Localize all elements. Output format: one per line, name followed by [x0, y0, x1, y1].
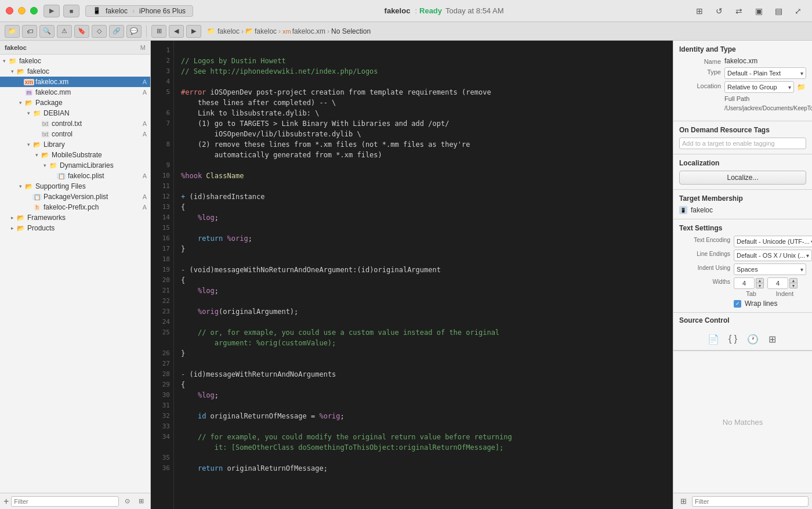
refresh-icon[interactable]: ↺ — [711, 5, 727, 17]
code-line: it: [SomeOtherClass doSomethingToThisObj… — [181, 442, 666, 453]
sidebar-item-controltxt[interactable]: txtcontrol.txtA — [0, 118, 150, 129]
filter-extra-btn[interactable]: ⊙ — [121, 496, 133, 507]
sidebar-item-packageversion-plist[interactable]: 📋PackageVersion.plistA — [0, 192, 150, 202]
tree-arrow-library[interactable] — [24, 142, 32, 147]
grid-icon[interactable]: ⊞ — [691, 5, 708, 17]
scheme-selector[interactable]: 📱 fakeloc › iPhone 6s Plus — [85, 5, 193, 17]
sidebar-item-fakeloc-sub[interactable]: 📂fakeloc — [0, 66, 150, 77]
target-membership-title: Target Membership — [679, 194, 806, 203]
search-btn[interactable]: 🔍 — [39, 25, 55, 38]
sc-clock-icon[interactable]: 🕐 — [745, 331, 760, 346]
tree-arrow-supporting-files[interactable] — [16, 183, 24, 189]
tab-label: Tab — [746, 290, 756, 297]
localize-button[interactable]: Localize... — [679, 171, 806, 185]
filter-input[interactable] — [11, 496, 119, 507]
breadcrumb-fakeloc2[interactable]: fakeloc — [255, 27, 277, 35]
line-number — [151, 150, 173, 160]
split-icon[interactable]: ▣ — [751, 5, 767, 17]
indent-step-up[interactable]: ▲ — [789, 278, 798, 283]
sc-grid-icon[interactable]: ⊞ — [765, 331, 780, 346]
breadcrumb-file[interactable]: fakeloc.xm — [292, 27, 325, 35]
line-number: 13 — [151, 202, 173, 212]
swap-icon[interactable]: ⇄ — [731, 5, 747, 17]
item-label-library: Library — [44, 140, 150, 149]
minimize-button[interactable] — [18, 7, 26, 15]
grid-view-btn[interactable]: ⊞ — [151, 25, 166, 38]
line-endings-label: Line Endings — [679, 250, 730, 257]
location-folder-icon[interactable]: 📁 — [796, 82, 806, 92]
sidebar-item-fakeloc-prefix-pch[interactable]: hfakeloc-Prefix.pchA — [0, 202, 150, 212]
sidebar-item-fakeloc-mm[interactable]: mfakeloc.mmA — [0, 87, 150, 98]
tab-width-field[interactable]: 4 — [734, 277, 755, 289]
wrap-checkbox[interactable]: ✓ — [734, 300, 741, 308]
indent-width-field[interactable]: 4 — [767, 277, 788, 289]
close-button[interactable] — [6, 7, 13, 15]
code-area[interactable]: // Logos by Dustin Howett// See http://i… — [174, 41, 673, 509]
link-btn[interactable]: 🔗 — [109, 25, 124, 38]
tree-arrow-fakeloc-sub[interactable] — [8, 68, 16, 74]
sidebar-item-mobilesubstrate[interactable]: 📂MobileSubstrate — [0, 150, 150, 160]
sidebar-item-debian[interactable]: 📁DEBIAN — [0, 108, 150, 118]
indent-step-down[interactable]: ▼ — [789, 283, 798, 288]
bookmark-btn[interactable]: 🔖 — [74, 25, 89, 38]
tab-stepper[interactable]: ▲ ▼ — [756, 278, 764, 288]
line-endings-select[interactable]: Default - OS X / Unix (... ▾ — [734, 250, 812, 261]
rp-grid-icon[interactable]: ⊞ — [677, 495, 690, 508]
editor[interactable]: 1234567891011121314151617181920212223242… — [151, 41, 673, 509]
tree-arrow-dynamiclibraries[interactable] — [41, 163, 49, 168]
line-number: 19 — [151, 265, 173, 275]
sidebar-item-products[interactable]: 📂Products — [0, 223, 150, 233]
run-button[interactable]: ▶ — [44, 5, 60, 17]
sidebar-item-supporting-files[interactable]: 📂Supporting Files — [0, 181, 150, 192]
breadcrumb-fakeloc1[interactable]: fakeloc — [217, 27, 240, 35]
sidebar-item-package[interactable]: 📂Package — [0, 98, 150, 108]
type-select-arrow: ▾ — [800, 70, 803, 77]
layout-icon[interactable]: ▤ — [770, 5, 786, 17]
diamond-btn[interactable]: ◇ — [92, 25, 107, 38]
tree-arrow-fakeloc-root[interactable] — [0, 58, 8, 64]
source-control-header[interactable]: Source Control — [673, 313, 812, 328]
tag-field[interactable]: Add to a target to enable tagging — [679, 138, 806, 149]
sidebar-item-control[interactable]: txtcontrolA — [0, 129, 150, 139]
stop-button[interactable]: ■ — [63, 5, 79, 17]
tag-btn[interactable]: 🏷 — [22, 25, 37, 38]
indent-stepper[interactable]: ▲ ▼ — [789, 278, 798, 288]
tree-arrow-products[interactable] — [8, 225, 16, 231]
sidebar-item-fakeloc-root[interactable]: 📁fakeloc — [0, 56, 150, 66]
sidebar-item-library[interactable]: 📂Library — [0, 139, 150, 150]
sc-file-icon[interactable]: 📄 — [706, 331, 721, 346]
maximize-button[interactable] — [30, 7, 38, 15]
build-time: Today at 8:54 AM — [445, 6, 503, 15]
wrap-label: Wrap lines — [745, 299, 777, 308]
code-line: - (void)messageWithNoReturnAndOneArgumen… — [181, 265, 666, 275]
sidebar-item-dynamiclibraries[interactable]: 📁DynamicLibraries — [0, 160, 150, 171]
back-btn[interactable]: ◀ — [169, 25, 184, 38]
tab-step-down[interactable]: ▼ — [756, 283, 764, 288]
sidebar-item-fakeloc-xm[interactable]: xmfakeloc.xmA — [0, 77, 150, 87]
sc-branch-icon[interactable]: { } — [726, 331, 741, 346]
tree-arrow-mobilesubstrate[interactable] — [32, 152, 41, 158]
encoding-select[interactable]: Default - Unicode (UTF-... ▾ — [734, 236, 812, 247]
type-select[interactable]: Default - Plain Text ▾ — [724, 67, 806, 79]
indent-using-select[interactable]: Spaces ▾ — [734, 263, 806, 275]
fullscreen-icon[interactable]: ⤢ — [790, 5, 806, 17]
tree-arrow-package[interactable] — [16, 100, 24, 106]
tab-step-up[interactable]: ▲ — [756, 278, 764, 283]
item-label-package: Package — [35, 99, 150, 107]
sidebar-item-fakeloc-plist[interactable]: 📋fakeloc.plistA — [0, 171, 150, 181]
add-icon[interactable]: + — [3, 496, 9, 507]
tree-arrow-debian[interactable] — [24, 110, 32, 116]
folder-btn[interactable]: 📁 — [5, 25, 20, 38]
tree-arrow-frameworks[interactable] — [8, 215, 16, 221]
forward-btn[interactable]: ▶ — [186, 25, 201, 38]
code-line: return %orig; — [181, 233, 666, 244]
breadcrumb-selection[interactable]: No Selection — [331, 27, 371, 35]
name-value: fakeloc.xm — [724, 57, 806, 65]
rp-filter-input[interactable] — [692, 496, 809, 507]
location-select[interactable]: Relative to Group ▾ — [724, 81, 794, 93]
chat-btn[interactable]: 💬 — [126, 25, 142, 38]
warning-btn[interactable]: ⚠ — [57, 25, 72, 38]
sidebar-item-frameworks[interactable]: 📂Frameworks — [0, 212, 150, 223]
code-line: } — [181, 244, 666, 254]
filter-grid-btn[interactable]: ⊞ — [135, 496, 147, 507]
